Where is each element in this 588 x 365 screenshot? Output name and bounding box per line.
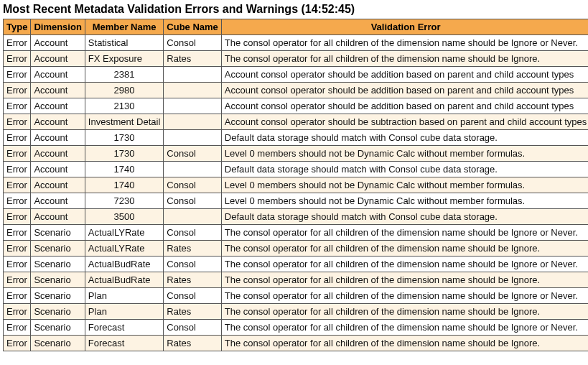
cell-member: ActualLYRate <box>85 225 163 241</box>
cell-error: Default data storage should match with C… <box>221 209 588 225</box>
cell-cube <box>164 98 222 114</box>
cell-type: Error <box>4 272 31 288</box>
cell-cube: Consol <box>164 193 222 209</box>
col-header-dimension: Dimension <box>31 19 85 35</box>
cell-dimension: Scenario <box>31 304 85 320</box>
cell-member: ActualBudRate <box>85 272 163 288</box>
table-row: ErrorAccount7230ConsolLevel 0 members sh… <box>4 193 589 209</box>
cell-type: Error <box>4 35 31 51</box>
cell-dimension: Account <box>31 67 85 83</box>
cell-dimension: Scenario <box>31 320 85 336</box>
cell-dimension: Scenario <box>31 288 85 304</box>
cell-dimension: Account <box>31 130 85 146</box>
cell-error: Account consol operator should be additi… <box>221 83 588 98</box>
cell-member: 1730 <box>85 146 163 162</box>
cell-member: Investment Detail <box>85 114 163 130</box>
cell-error: Level 0 members should not be Dynamic Ca… <box>221 193 588 209</box>
table-row: ErrorAccount3500Default data storage sho… <box>4 209 589 225</box>
cell-member: Forecast <box>85 336 163 351</box>
cell-member: 2381 <box>85 67 163 83</box>
cell-dimension: Scenario <box>31 257 85 272</box>
cell-error: The consol operator for all children of … <box>221 288 588 304</box>
cell-member: 1740 <box>85 177 163 193</box>
table-row: ErrorAccount1740Default data storage sho… <box>4 162 589 177</box>
table-row: ErrorScenarioActualLYRateRatesThe consol… <box>4 241 589 257</box>
cell-error: Account consol operator should be subtra… <box>221 114 588 130</box>
table-row: ErrorScenarioActualBudRateRatesThe conso… <box>4 272 589 288</box>
cell-dimension: Account <box>31 83 85 98</box>
cell-type: Error <box>4 241 31 257</box>
cell-member: Statistical <box>85 35 163 51</box>
table-row: ErrorAccount1730ConsolLevel 0 members sh… <box>4 146 589 162</box>
cell-error: Level 0 members should not be Dynamic Ca… <box>221 146 588 162</box>
cell-dimension: Account <box>31 114 85 130</box>
cell-cube: Consol <box>164 225 222 241</box>
table-row: ErrorAccount1740ConsolLevel 0 members sh… <box>4 177 589 193</box>
cell-dimension: Account <box>31 98 85 114</box>
cell-cube: Consol <box>164 288 222 304</box>
cell-member: 2130 <box>85 98 163 114</box>
cell-type: Error <box>4 209 31 225</box>
table-row: ErrorAccount1730Default data storage sho… <box>4 130 589 146</box>
cell-error: The consol operator for all children of … <box>221 51 588 67</box>
page-title: Most Recent Metadata Validation Errors a… <box>3 3 585 16</box>
cell-dimension: Account <box>31 162 85 177</box>
col-header-type: Type <box>4 19 31 35</box>
cell-error: The consol operator for all children of … <box>221 35 588 51</box>
cell-dimension: Scenario <box>31 272 85 288</box>
cell-cube: Consol <box>164 146 222 162</box>
cell-dimension: Account <box>31 35 85 51</box>
cell-cube: Rates <box>164 304 222 320</box>
table-header-row: Type Dimension Member Name Cube Name Val… <box>4 19 589 35</box>
cell-error: Default data storage should match with C… <box>221 130 588 146</box>
cell-member: 3500 <box>85 209 163 225</box>
table-row: ErrorAccountStatisticalConsolThe consol … <box>4 35 589 51</box>
table-row: ErrorScenarioForecastRatesThe consol ope… <box>4 336 589 351</box>
cell-error: The consol operator for all children of … <box>221 272 588 288</box>
table-row: ErrorScenarioForecastConsolThe consol op… <box>4 320 589 336</box>
cell-member: 1730 <box>85 130 163 146</box>
table-row: ErrorAccount2381Account consol operator … <box>4 67 589 83</box>
cell-type: Error <box>4 304 31 320</box>
cell-member: 7230 <box>85 193 163 209</box>
cell-member: ActualLYRate <box>85 241 163 257</box>
cell-type: Error <box>4 98 31 114</box>
table-row: ErrorScenarioActualLYRateConsolThe conso… <box>4 225 589 241</box>
cell-cube: Consol <box>164 177 222 193</box>
cell-error: The consol operator for all children of … <box>221 304 588 320</box>
cell-type: Error <box>4 130 31 146</box>
cell-error: Account consol operator should be additi… <box>221 67 588 83</box>
cell-error: Account consol operator should be additi… <box>221 98 588 114</box>
validation-errors-table: Type Dimension Member Name Cube Name Val… <box>3 19 588 351</box>
cell-error: The consol operator for all children of … <box>221 225 588 241</box>
cell-type: Error <box>4 146 31 162</box>
cell-type: Error <box>4 83 31 98</box>
cell-member: 2980 <box>85 83 163 98</box>
cell-member: FX Exposure <box>85 51 163 67</box>
cell-cube: Consol <box>164 320 222 336</box>
cell-dimension: Account <box>31 209 85 225</box>
cell-error: The consol operator for all children of … <box>221 320 588 336</box>
cell-type: Error <box>4 225 31 241</box>
cell-dimension: Account <box>31 177 85 193</box>
cell-type: Error <box>4 288 31 304</box>
cell-type: Error <box>4 67 31 83</box>
cell-member: Plan <box>85 304 163 320</box>
table-row: ErrorAccount2130Account consol operator … <box>4 98 589 114</box>
cell-error: The consol operator for all children of … <box>221 257 588 272</box>
cell-member: ActualBudRate <box>85 257 163 272</box>
cell-type: Error <box>4 51 31 67</box>
cell-error: Default data storage should match with C… <box>221 162 588 177</box>
cell-cube <box>164 130 222 146</box>
table-row: ErrorScenarioPlanRatesThe consol operato… <box>4 304 589 320</box>
table-row: ErrorScenarioPlanConsolThe consol operat… <box>4 288 589 304</box>
cell-member: 1740 <box>85 162 163 177</box>
cell-cube <box>164 114 222 130</box>
cell-type: Error <box>4 193 31 209</box>
cell-dimension: Scenario <box>31 225 85 241</box>
cell-type: Error <box>4 336 31 351</box>
cell-dimension: Scenario <box>31 336 85 351</box>
cell-cube: Rates <box>164 272 222 288</box>
col-header-member: Member Name <box>85 19 163 35</box>
cell-type: Error <box>4 320 31 336</box>
